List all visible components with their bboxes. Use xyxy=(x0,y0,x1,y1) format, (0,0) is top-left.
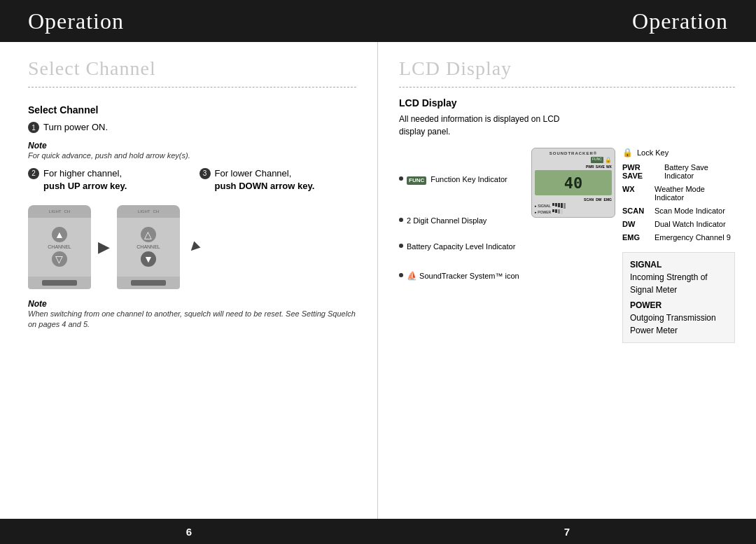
header: Operation Operation xyxy=(0,0,756,42)
signal-label: SIGNAL xyxy=(630,260,662,270)
soundtracker-annotation: ⛵ SoundTracker System™ icon xyxy=(399,271,524,282)
func-label: FUNC Function Key Indicator xyxy=(407,174,507,185)
lock-symbol: 🔒 xyxy=(622,148,633,158)
indicator-labels-row: PWR SAVE WX xyxy=(535,165,612,169)
step-2-num: 2 xyxy=(28,168,39,179)
step-1-num: 1 xyxy=(28,122,39,133)
signal-power-block: SIGNAL Incoming Strength of Signal Meter… xyxy=(622,252,735,343)
battery-label: Battery Capacity Level Indicator xyxy=(407,242,515,251)
func-key-annotation: FUNC Function Key Indicator xyxy=(399,174,524,185)
header-left: Operation xyxy=(0,0,378,42)
device-up: LIGHT CH ▲ CHANNEL ▽ xyxy=(28,205,91,289)
footer-right: 7 xyxy=(378,519,756,544)
device-down-body: △ CHANNEL ▼ xyxy=(117,218,180,277)
func-dot xyxy=(399,176,403,181)
pwr-save-val: Battery Save Indicator xyxy=(664,163,735,180)
dw-label-sm: DW xyxy=(596,197,601,202)
signal-meter-row: ▸ SIGNAL xyxy=(535,203,612,209)
device-up-top: LIGHT CH xyxy=(28,205,91,218)
note-1: Note For quick advance, push and hold ar… xyxy=(28,141,356,161)
lcd-desc: All needed information is displayed on L… xyxy=(399,113,735,138)
divider-right xyxy=(399,87,735,88)
pwr-save-key: PWR SAVE xyxy=(622,163,660,180)
power-bars xyxy=(552,209,563,214)
battery-annotation: Battery Capacity Level Indicator xyxy=(399,242,524,251)
lcd-bottom-indicators: SCAN DW EMG xyxy=(535,197,612,202)
lcd-device-mockup: SOUNDTRACKER® FUNC 🔒 PWR SAVE WX 40 xyxy=(531,148,615,218)
lcd-main-number: 40 xyxy=(535,170,612,195)
devices-row: LIGHT CH ▲ CHANNEL ▽ ▶ xyxy=(28,205,356,289)
select-channel-title: Select Channel xyxy=(28,104,356,116)
lcd-content-area: FUNC Function Key Indicator 2 Digit Chan… xyxy=(399,148,735,505)
note-1-text: For quick advance, push and hold arrow k… xyxy=(28,151,356,161)
power-text-row: Outgoing Transmission Power Meter xyxy=(630,312,727,337)
lcd-device-col: SOUNDTRACKER® FUNC 🔒 PWR SAVE WX 40 xyxy=(531,148,615,505)
digit-dot xyxy=(399,218,403,222)
arrow-down-icon: ▼ xyxy=(183,235,206,259)
lock-key-label: Lock Key xyxy=(637,148,668,157)
scan-label-sm: SCAN xyxy=(584,197,594,202)
signal-text-row: Incoming Strength of Signal Meter xyxy=(630,271,727,296)
step-2: 2 For higher channel, push UP arrow key. xyxy=(28,167,186,193)
device-down-top: LIGHT CH xyxy=(117,205,180,218)
soundtracker-label: ⛵ SoundTracker System™ icon xyxy=(407,271,519,282)
note-2-label: Note xyxy=(28,299,356,309)
header-title-left: Operation xyxy=(28,8,124,34)
signal-bars xyxy=(552,203,566,209)
note-2: Note When switching from one channel to … xyxy=(28,299,356,330)
save-label-display: SAVE xyxy=(596,165,605,169)
dw-key: DW xyxy=(622,220,650,228)
signal-label-sm: ▸ SIGNAL xyxy=(535,204,551,208)
power-label: POWER xyxy=(630,300,662,310)
divider-left xyxy=(28,87,356,88)
note-1-label: Note xyxy=(28,141,356,151)
scan-val: Scan Mode Indicator xyxy=(654,207,725,215)
page-left-decorative-title: Select Channel xyxy=(28,59,356,78)
lock-icon-display: 🔒 xyxy=(605,157,612,163)
power-meter-row: ▸ POWER xyxy=(535,209,612,214)
page-left: Select Channel Select Channel 1 Turn pow… xyxy=(0,42,378,519)
wx-row: WX Weather Mode Indicator xyxy=(622,185,735,202)
battery-dot xyxy=(399,244,403,248)
emg-row: EMG Emergency Channel 9 xyxy=(622,233,735,242)
emg-val: Emergency Channel 9 xyxy=(654,233,731,242)
page-num-right: 7 xyxy=(564,526,570,538)
lcd-left-annotations: FUNC Function Key Indicator 2 Digit Chan… xyxy=(399,148,524,505)
step-2-text: For higher channel, push UP arrow key. xyxy=(43,167,127,193)
pwr-save-row: PWR SAVE Battery Save Indicator xyxy=(622,163,735,180)
page-right: LCD Display LCD Display All needed infor… xyxy=(378,42,756,519)
step-3-text: For lower Channel, push DOWN arrow key. xyxy=(215,167,315,193)
lcd-right-annotations: 🔒 Lock Key PWR SAVE Battery Save Indicat… xyxy=(622,148,735,505)
scan-row: SCAN Scan Mode Indicator xyxy=(622,207,735,215)
step-1-text: Turn power ON. xyxy=(43,121,108,134)
digit-channel-annotation: 2 Digit Channel Display xyxy=(399,216,524,225)
device-down: LIGHT CH △ CHANNEL ▼ xyxy=(117,205,180,289)
lcd-section-title: LCD Display xyxy=(399,97,735,109)
emg-key: EMG xyxy=(622,233,650,242)
device-up-body: ▲ CHANNEL ▽ xyxy=(28,218,91,277)
power-text: Outgoing Transmission Power Meter xyxy=(630,313,716,335)
dw-row: DW Dual Watch Indicator xyxy=(622,220,735,228)
pwr-label-display: PWR xyxy=(586,165,594,169)
power-row: POWER xyxy=(630,299,727,312)
steps-row-2-3: 2 For higher channel, push UP arrow key.… xyxy=(28,167,356,200)
digit-channel-label: 2 Digit Channel Display xyxy=(407,216,486,225)
footer-left: 6 xyxy=(0,519,378,544)
soundtracker-dot xyxy=(399,273,403,277)
lcd-top-icons: FUNC 🔒 xyxy=(535,157,612,163)
signal-row: SIGNAL xyxy=(630,258,727,271)
func-badge: FUNC xyxy=(407,176,426,185)
select-channel-section: Select Channel 1 Turn power ON. Note For… xyxy=(28,104,356,337)
header-title-right: Operation xyxy=(632,8,728,34)
page-num-left: 6 xyxy=(186,526,192,538)
emg-label-sm: EMG xyxy=(604,197,612,202)
dw-val: Dual Watch Indicator xyxy=(654,220,726,228)
wx-key: WX xyxy=(622,185,650,193)
step-3: 3 For lower Channel, push DOWN arrow key… xyxy=(200,167,357,193)
header-right: Operation xyxy=(378,0,756,42)
lock-key-row: 🔒 Lock Key xyxy=(622,148,735,158)
page-right-decorative-title: LCD Display xyxy=(399,59,735,78)
lcd-brand: SOUNDTRACKER® xyxy=(550,151,597,155)
note-2-text: When switching from one channel to anoth… xyxy=(28,309,356,330)
wx-label-display: WX xyxy=(606,165,612,169)
